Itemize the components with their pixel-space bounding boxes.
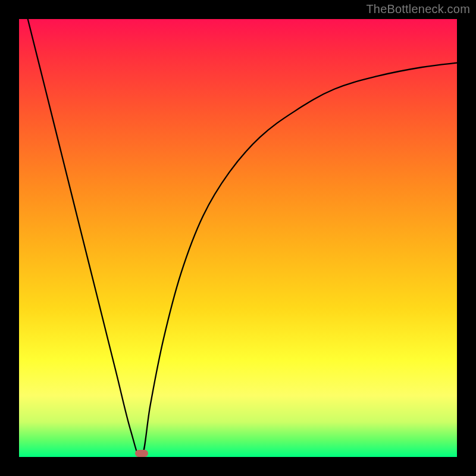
plot-area xyxy=(19,19,457,457)
optimal-point-marker xyxy=(135,450,148,457)
curve-path xyxy=(28,19,457,457)
watermark-text: TheBottleneck.com xyxy=(366,2,470,16)
bottleneck-curve xyxy=(19,19,457,457)
chart-frame: TheBottleneck.com xyxy=(0,0,476,476)
